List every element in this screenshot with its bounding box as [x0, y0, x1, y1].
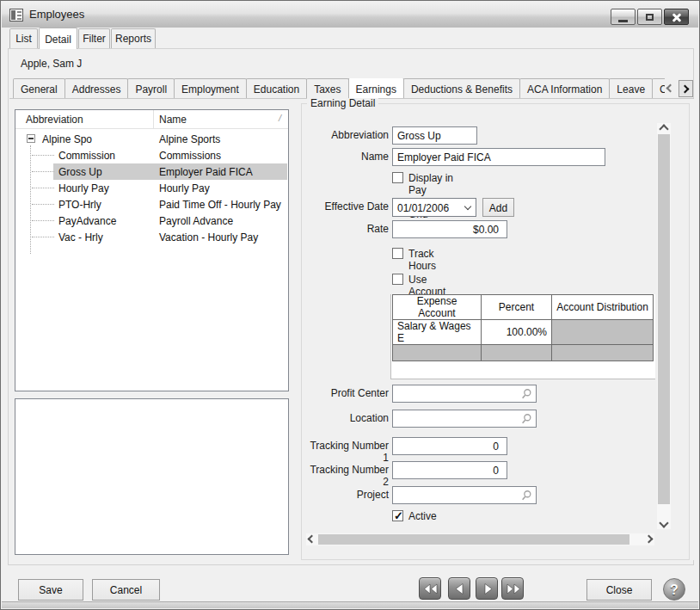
track-hours-checkbox[interactable]	[392, 248, 403, 259]
lookup-magnifier-icon[interactable]	[520, 413, 532, 425]
title-bar[interactable]: Employees	[2, 2, 698, 28]
tree-header[interactable]: Abbreviation Name /	[15, 110, 288, 129]
profit-center-field[interactable]	[392, 385, 537, 403]
grid-header-percent[interactable]: Percent	[482, 295, 552, 320]
rate-field[interactable]: $0.00	[392, 220, 507, 238]
tree-cell-name[interactable]: Commissions	[159, 150, 221, 162]
tree-cell-name[interactable]: Employer Paid FICA	[159, 166, 253, 178]
restore-icon	[646, 14, 654, 21]
nav-previous-record-button[interactable]	[448, 577, 470, 600]
nav-next-record-button[interactable]	[476, 577, 498, 600]
abbreviation-field[interactable]: Gross Up	[392, 126, 477, 145]
active-checkbox[interactable]: ✓	[392, 510, 403, 521]
vertical-scrollbar[interactable]	[657, 123, 671, 529]
use-account-distribution-checkbox[interactable]	[392, 274, 403, 285]
double-arrow-left-icon	[420, 578, 442, 601]
tab-reports[interactable]: Reports	[111, 28, 156, 48]
location-field[interactable]	[392, 410, 537, 428]
tree-cell-name[interactable]: Paid Time Off - Hourly Pay	[159, 199, 281, 211]
vertical-scrollbar-thumb[interactable]	[658, 134, 670, 504]
horizontal-scrollbar[interactable]	[306, 533, 654, 545]
column-header-name[interactable]: Name	[159, 114, 187, 126]
tab-list[interactable]: List	[9, 28, 38, 48]
column-divider[interactable]	[153, 110, 154, 129]
tracking-number-1-field[interactable]: 0	[392, 437, 507, 455]
tree-row[interactable]: PTO-Hrly Paid Time Off - Hourly Pay	[16, 196, 287, 213]
grid-header-expense-account[interactable]: Expense Account	[393, 295, 482, 320]
tree-cell-abbreviation[interactable]: Alpine Spo	[42, 133, 92, 145]
add-button[interactable]: Add	[482, 198, 514, 217]
display-grid-checkbox[interactable]	[392, 172, 403, 183]
help-button[interactable]: ?	[663, 578, 685, 601]
tracking-number-2-field[interactable]: 0	[392, 461, 507, 479]
group-title: Earning Detail	[307, 97, 378, 109]
window-close-button[interactable]	[664, 9, 689, 25]
tab-aca-information[interactable]: ACA Information	[519, 78, 610, 98]
rate-label: Rate	[302, 223, 389, 235]
scroll-up-icon[interactable]	[659, 124, 668, 133]
tab-detail[interactable]: Detail	[39, 28, 77, 49]
tab-earnings[interactable]: Earnings	[348, 78, 404, 98]
tab-filter[interactable]: Filter	[78, 28, 110, 48]
grid-empty-row[interactable]	[393, 345, 654, 361]
tab-taxes[interactable]: Taxes	[306, 78, 348, 98]
tab-addresses[interactable]: Addresses	[64, 78, 129, 98]
horizontal-scrollbar-thumb[interactable]	[318, 534, 629, 545]
tree-cell-abbreviation[interactable]: Gross Up	[58, 166, 102, 178]
grid-cell-expense-account[interactable]: Salary & Wages E	[393, 320, 482, 345]
window-title: Employees	[29, 8, 84, 21]
minimize-button[interactable]	[611, 9, 636, 25]
tree-row-selected[interactable]: Gross Up Employer Paid FICA	[16, 163, 287, 180]
effective-date-dropdown[interactable]: 01/01/2006	[392, 198, 476, 217]
collapse-icon[interactable]	[27, 134, 35, 143]
earnings-tree[interactable]: Abbreviation Name / Alpine Spo Alpine Sp…	[15, 109, 289, 391]
cancel-button[interactable]: Cancel	[92, 579, 160, 601]
grid-header-account-distribution[interactable]: Account Distribution	[552, 295, 654, 320]
tree-cell-abbreviation[interactable]: PTO-Hrly	[58, 199, 101, 211]
tab-leave[interactable]: Leave	[609, 78, 653, 98]
lookup-magnifier-icon[interactable]	[520, 490, 532, 502]
tab-payroll[interactable]: Payroll	[127, 78, 175, 98]
tree-cell-name[interactable]: Payroll Advance	[159, 215, 233, 227]
tree-cell-abbreviation[interactable]: Commission	[58, 150, 115, 162]
nav-last-record-button[interactable]	[501, 577, 524, 600]
name-field[interactable]: Employer Paid FICA	[392, 148, 605, 166]
tree-cell-abbreviation[interactable]: Hourly Pay	[58, 182, 109, 194]
tab-deductions-benefits[interactable]: Deductions & Benefits	[403, 78, 520, 98]
tab-scroll-left-button[interactable]	[662, 80, 677, 97]
grid-cell-account-distribution[interactable]	[552, 320, 654, 345]
chevron-left-icon	[666, 84, 675, 93]
chevron-right-icon	[681, 85, 690, 94]
distribution-grid[interactable]: Expense Account Percent Account Distribu…	[390, 294, 655, 379]
column-header-abbreviation[interactable]: Abbreviation	[26, 114, 83, 126]
grid-cell-percent[interactable]: 100.00%	[482, 320, 552, 345]
tab-education[interactable]: Education	[246, 78, 307, 98]
scroll-left-icon[interactable]	[308, 535, 316, 544]
tree-cell-abbreviation[interactable]: PayAdvance	[58, 215, 116, 227]
tree-row-root[interactable]: Alpine Spo Alpine Sports	[16, 131, 287, 147]
lookup-magnifier-icon[interactable]	[520, 388, 532, 400]
scroll-right-icon[interactable]	[645, 535, 654, 544]
tree-cell-name[interactable]: Vacation - Hourly Pay	[159, 231, 258, 243]
tree-row[interactable]: PayAdvance Payroll Advance	[16, 213, 287, 229]
close-button[interactable]: Close	[586, 579, 652, 601]
tree-cell-name[interactable]: Alpine Sports	[159, 133, 220, 145]
tree-row[interactable]: Commission Commissions	[16, 147, 287, 163]
scroll-down-icon[interactable]	[659, 518, 668, 527]
tracking-number-2-label: Tracking Number 2	[302, 464, 389, 488]
tab-scroll-right-button[interactable]	[679, 80, 693, 97]
tree-cell-name[interactable]: Hourly Pay	[159, 182, 210, 194]
sort-ascending-icon: /	[279, 113, 281, 123]
tree-row[interactable]: Hourly Pay Hourly Pay	[16, 180, 287, 196]
secondary-list-box[interactable]	[15, 398, 289, 555]
tab-general[interactable]: General	[13, 78, 65, 98]
restore-button[interactable]	[637, 9, 662, 25]
tree-cell-abbreviation[interactable]: Vac - Hrly	[58, 231, 103, 243]
grid-data-row[interactable]: Salary & Wages E 100.00%	[393, 320, 654, 345]
tab-employment[interactable]: Employment	[174, 78, 247, 98]
project-field[interactable]	[392, 486, 537, 504]
nav-first-record-button[interactable]	[419, 577, 441, 600]
track-hours-label: Track Hours	[408, 248, 436, 272]
tree-row[interactable]: Vac - Hrly Vacation - Hourly Pay	[16, 229, 287, 245]
save-button[interactable]: Save	[18, 579, 83, 601]
